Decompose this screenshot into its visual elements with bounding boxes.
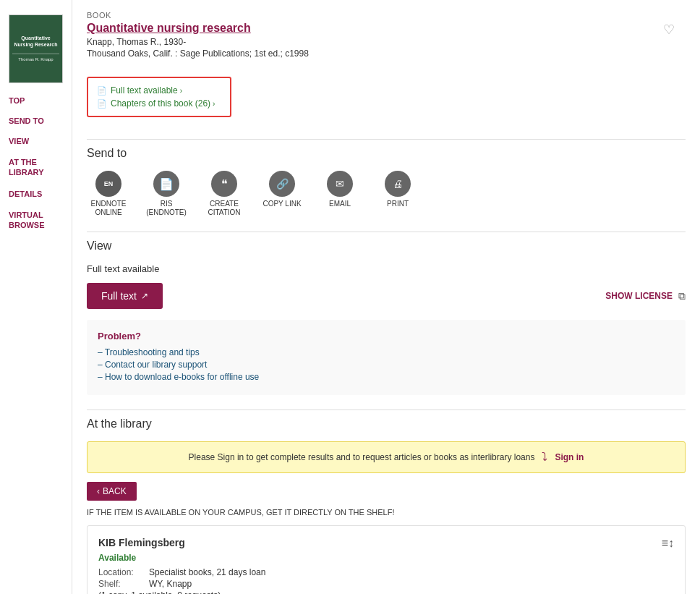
view-title: View [87, 239, 686, 253]
create-citation-button[interactable]: ❝ CREATECITATION [202, 171, 246, 217]
full-text-btn-label: Full text [101, 290, 137, 302]
ris-icon: 📄 [153, 171, 179, 197]
email-icon: ✉ [327, 171, 353, 197]
sidebar-item-send-to[interactable]: SEND TO [0, 111, 72, 131]
external-link-icon: ↗ [141, 291, 148, 301]
copy-link-label: COPY LINK [262, 200, 301, 208]
book-type-label: BOOK [87, 11, 686, 20]
problem-section: Problem? – Troubleshooting and tips – Co… [87, 320, 686, 395]
endnote-online-button[interactable]: EN ENDNOTEONLINE [87, 171, 130, 217]
available-status: Available [98, 553, 265, 563]
endnote-icon: EN [95, 171, 121, 197]
document-icon: 📄 [97, 86, 107, 96]
library-section-title: At the library [87, 417, 686, 430]
full-text-btn-row: Full text ↗ SHOW LICENSE ⧉ [87, 283, 686, 309]
back-button[interactable]: ‹ BACK [87, 482, 137, 501]
citation-label: CREATECITATION [208, 200, 240, 217]
shelf-value: WY, Knapp [149, 579, 192, 589]
sidebar-item-details[interactable]: DETAILS [0, 184, 72, 204]
external-icon[interactable]: ⧉ [678, 290, 686, 302]
show-license-link[interactable]: SHOW LICENSE [605, 291, 673, 301]
library-card: KIB Flemingsberg Available Location: Spe… [87, 525, 686, 594]
view-section: View Full text available Full text ↗ SHO… [87, 232, 686, 395]
shelf-notice: IF THE ITEM IS AVAILABLE ON YOUR CAMPUS,… [87, 508, 686, 517]
back-icon: ‹ [97, 486, 100, 496]
sign-in-banner: Please Sign in to get complete results a… [87, 441, 686, 473]
favorite-button[interactable]: ♡ [663, 22, 675, 38]
ris-label: RIS(ENDNOTE) [146, 200, 187, 217]
problem-title: Problem? [98, 331, 675, 341]
show-license-row: SHOW LICENSE ⧉ [605, 290, 686, 302]
ris-button[interactable]: 📄 RIS(ENDNOTE) [145, 171, 188, 217]
library-section: At the library Please Sign in to get com… [87, 410, 686, 594]
sidebar-item-view[interactable]: VIEW [0, 131, 72, 151]
cover-author: Thomas R. Knapp [12, 54, 59, 63]
book-header: BOOK Quantitative nursing research Knapp… [87, 11, 686, 59]
book-publisher: Thousand Oaks, Calif. : Sage Publication… [87, 48, 686, 59]
sidebar-item-at-library[interactable]: AT THELIBRARY [0, 151, 72, 184]
link-icon: 🔗 [269, 171, 295, 197]
sign-in-link[interactable]: Sign in [555, 452, 584, 462]
main-content: ♡ BOOK Quantitative nursing research Kna… [72, 0, 700, 594]
shelf-label: Shelf: [98, 579, 149, 589]
copy-link-button[interactable]: 🔗 COPY LINK [260, 171, 304, 208]
full-text-available-label: Full text available [87, 263, 686, 274]
book-cover: Quantitative Nursing Research Thomas R. … [9, 14, 63, 83]
sidebar-navigation: TOP SEND TO VIEW AT THELIBRARY DETAILS V… [0, 90, 72, 236]
sign-in-message: Please Sign in to get complete results a… [189, 452, 535, 462]
book-title[interactable]: Quantitative nursing research [87, 22, 686, 35]
location-value: Specialist books, 21 days loan [149, 567, 265, 577]
print-label: PRINT [387, 200, 409, 208]
availability-box: 📄 Full text available › 📄 Chapters of th… [87, 77, 231, 117]
sidebar-item-top[interactable]: TOP [0, 90, 72, 111]
cover-title: Quantitative Nursing Research [12, 35, 59, 48]
print-button[interactable]: 🖨 PRINT [376, 171, 419, 208]
back-label: BACK [103, 486, 127, 496]
send-to-title: Send to [87, 147, 686, 160]
email-label: EMAIL [329, 200, 351, 208]
troubleshooting-link[interactable]: – Troubleshooting and tips [98, 347, 675, 357]
sidebar: Quantitative Nursing Research Thomas R. … [0, 0, 72, 594]
citation-icon: ❝ [211, 171, 237, 197]
full-text-button[interactable]: Full text ↗ [87, 283, 163, 309]
print-icon: 🖨 [385, 171, 411, 197]
book-author: Knapp, Thomas R., 1930- [87, 37, 686, 47]
chapters-link[interactable]: 📄 Chapters of this book (26) › [97, 97, 221, 110]
location-detail: Location: Specialist books, 21 days loan [98, 567, 265, 577]
copy-info: (1 copy, 1 available, 0 requests) [98, 590, 265, 594]
send-to-row: EN ENDNOTEONLINE 📄 RIS(ENDNOTE) ❝ CREATE… [87, 171, 686, 217]
endnote-label: ENDNOTEONLINE [91, 200, 127, 217]
sign-in-icon: ⤵ [542, 451, 547, 464]
send-to-section: Send to EN ENDNOTEONLINE 📄 RIS(ENDNOTE) … [87, 139, 686, 217]
download-ebooks-link[interactable]: – How to download e-books for offline us… [98, 372, 675, 382]
library-name: KIB Flemingsberg [98, 537, 265, 548]
sidebar-item-virtual-browse[interactable]: VIRTUALBROWSE [0, 204, 72, 237]
chapters-icon: 📄 [97, 99, 107, 109]
shelf-detail: Shelf: WY, Knapp [98, 579, 265, 589]
list-expand-icon[interactable]: ≡↕ [662, 537, 674, 550]
location-label: Location: [98, 567, 149, 577]
library-support-link[interactable]: – Contact our library support [98, 360, 675, 370]
full-text-available-link[interactable]: 📄 Full text available › [97, 84, 221, 97]
email-button[interactable]: ✉ EMAIL [318, 171, 362, 208]
